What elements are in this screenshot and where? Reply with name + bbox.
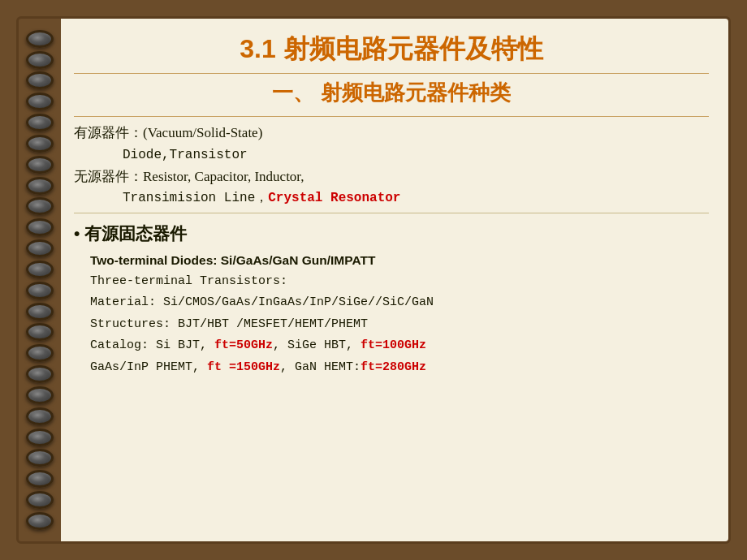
- catalog1-mid: , SiGe HBT,: [273, 338, 361, 352]
- spiral-loop: [26, 323, 54, 341]
- spiral-loop: [26, 177, 54, 195]
- spiral-loop: [26, 407, 54, 425]
- divider1: [74, 73, 709, 74]
- spiral-loop: [26, 71, 54, 89]
- catalog2-ft1: ft =150GHz: [207, 360, 280, 374]
- section-title: 一、 射频电路元器件种类: [74, 80, 709, 107]
- catalog2-ft2: ft=280GHz: [361, 360, 426, 374]
- active-device-line2: Diode,Transistor: [74, 145, 709, 165]
- main-title: 3.1 射频电路元器件及特性: [74, 33, 709, 64]
- spiral-loop: [26, 30, 54, 48]
- slide-container: 3.1 射频电路元器件及特性 一、 射频电路元器件种类 有源器件：(Vacuum…: [16, 16, 731, 544]
- spiral-loop: [26, 365, 54, 383]
- two-terminal-line: Two-terminal Diodes: Si/GaAs/GaN Gun/IMP…: [74, 251, 709, 269]
- material-line: Material: Si/CMOS/GaAs/InGaAs/InP/SiGe//…: [74, 294, 709, 312]
- spiral-loop: [26, 261, 54, 278]
- crystal-resonator-text: Crystal Resonator: [268, 191, 400, 205]
- spiral-binding: [19, 19, 61, 541]
- active-device-line1: 有源器件：(Vacuum/Solid-State): [74, 123, 709, 144]
- spiral-loop: [26, 344, 54, 362]
- catalog-line1: Catalog: Si BJT, ft=50GHz, SiGe HBT, ft=…: [74, 337, 709, 355]
- passive-line2-pre: Transimision Line，: [123, 191, 268, 205]
- spiral-loop: [26, 512, 54, 530]
- spiral-loop: [26, 93, 54, 110]
- spiral-loop: [26, 470, 54, 488]
- three-terminal-line: Three-terminal Transistors:: [74, 273, 709, 291]
- spiral-loop: [26, 449, 54, 467]
- catalog1-pre: Catalog: Si BJT,: [90, 338, 214, 352]
- catalog1-ft2: ft=100GHz: [361, 338, 426, 352]
- catalog2-mid: , GaN HEMT:: [280, 360, 361, 374]
- catalog-line2: GaAs/InP PHEMT, ft =150GHz, GaN HEMT:ft=…: [74, 359, 709, 377]
- spiral-loop: [26, 114, 54, 131]
- passive-device-line2: Transimision Line，Crystal Resonator: [74, 188, 709, 208]
- catalog1-ft1: ft=50GHz: [214, 338, 273, 352]
- divider2: [74, 116, 709, 117]
- spiral-loop: [26, 303, 54, 321]
- spiral-loop: [26, 491, 54, 509]
- bullet-active-solid: • 有源固态器件: [74, 222, 709, 245]
- structures-line: Structures: BJT/HBT /MESFET/HEMT/PHEMT: [74, 316, 709, 334]
- spiral-loop: [26, 218, 54, 236]
- slide-content: 3.1 射频电路元器件及特性 一、 射频电路元器件种类 有源器件：(Vacuum…: [61, 19, 728, 541]
- spiral-loop: [26, 282, 54, 299]
- spiral-loop: [26, 156, 54, 174]
- spiral-loop: [26, 239, 54, 257]
- spiral-loop: [26, 386, 54, 404]
- spiral-loop: [26, 51, 54, 69]
- passive-device-line1: 无源器件：Resistor, Capacitor, Inductor,: [74, 166, 709, 187]
- spiral-loop: [26, 429, 54, 446]
- spiral-loop: [26, 197, 54, 215]
- component-types-block: 有源器件：(Vacuum/Solid-State) Diode,Transist…: [74, 123, 709, 213]
- spiral-loop: [26, 135, 54, 153]
- catalog2-pre: GaAs/InP PHEMT,: [90, 360, 207, 374]
